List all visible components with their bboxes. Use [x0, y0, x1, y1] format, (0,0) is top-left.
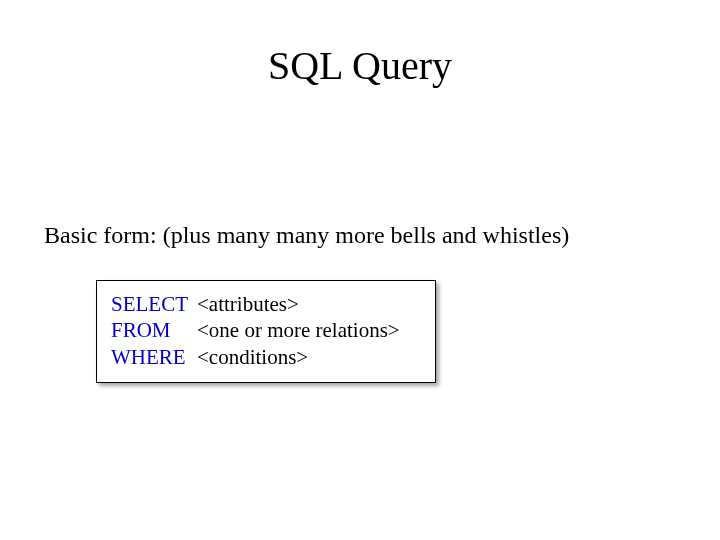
keyword-from: FROM	[111, 317, 197, 343]
keyword-select: SELECT	[111, 291, 197, 317]
keyword-where: WHERE	[111, 344, 197, 370]
page-title: SQL Query	[0, 42, 720, 89]
placeholder-relations: <one or more relations>	[197, 318, 400, 342]
placeholder-conditions: <conditions>	[197, 345, 308, 369]
placeholder-attributes: <attributes>	[197, 292, 299, 316]
sql-code-box: SELECT<attributes> FROM<one or more rela…	[96, 280, 436, 383]
code-line-select: SELECT<attributes>	[111, 291, 421, 317]
subtitle-text: Basic form: (plus many many more bells a…	[44, 222, 569, 249]
code-line-where: WHERE<conditions>	[111, 344, 421, 370]
code-line-from: FROM<one or more relations>	[111, 317, 421, 343]
